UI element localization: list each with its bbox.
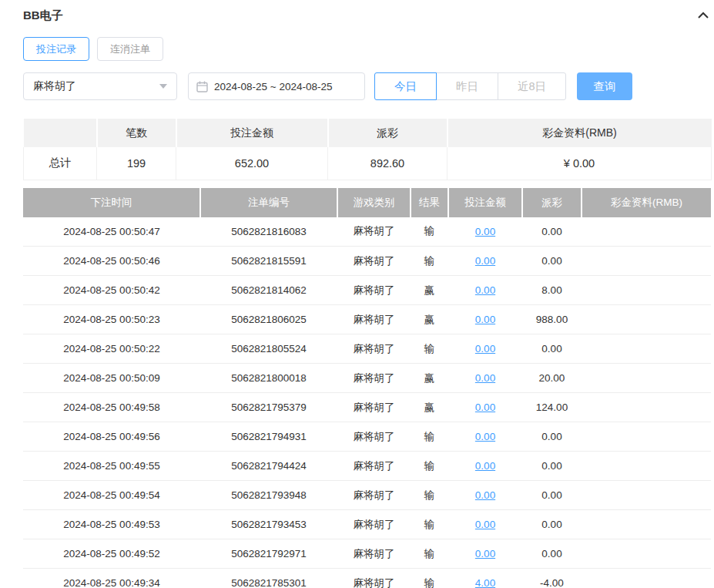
game-type-cell: 麻将胡了 (337, 247, 411, 276)
game-type-cell: 麻将胡了 (337, 422, 411, 452)
records-header-bet-amount: 投注金额 (448, 188, 522, 217)
bet-amount-cell: 0.00 (448, 539, 522, 569)
payout-cell: 0.00 (522, 510, 582, 539)
table-row: 2024-08-25 00:49:52 5062821792971 麻将胡了 输… (23, 539, 711, 569)
order-id-cell: 5062821792971 (200, 539, 337, 569)
bet-time-cell: 2024-08-25 00:50:46 (23, 247, 200, 276)
page-title: BB电子 (23, 8, 63, 23)
collapse-panel-button[interactable] (696, 8, 711, 23)
bet-amount-cell: 0.00 (448, 305, 522, 334)
record-tabs: 投注记录 连消注单 (23, 37, 711, 61)
bet-amount-cell: 0.00 (448, 481, 522, 510)
bet-amount-link[interactable]: 0.00 (475, 284, 495, 296)
order-id-cell: 5062821805524 (200, 334, 337, 364)
bet-amount-cell: 0.00 (448, 334, 522, 364)
quick-button-yesterday[interactable]: 昨日 (436, 72, 498, 100)
search-button[interactable]: 查询 (577, 72, 632, 100)
payout-cell: 0.00 (522, 539, 582, 569)
order-id-cell: 5062821785301 (200, 569, 337, 588)
order-id-cell: 5062821793948 (200, 481, 337, 510)
bet-time-cell: 2024-08-25 00:49:58 (23, 393, 200, 422)
bet-amount-link[interactable]: 0.00 (475, 460, 495, 472)
game-type-cell: 麻将胡了 (337, 276, 411, 305)
bonus-cell (582, 481, 711, 510)
table-row: 2024-08-25 00:50:23 5062821806025 麻将胡了 赢… (23, 305, 711, 334)
game-type-cell: 麻将胡了 (337, 569, 411, 588)
game-type-cell: 麻将胡了 (337, 539, 411, 569)
bonus-cell (582, 539, 711, 569)
bet-time-cell: 2024-08-25 00:49:55 (23, 452, 200, 481)
result-cell: 输 (411, 539, 448, 569)
records-header-game-type: 游戏类别 (337, 188, 411, 217)
payout-cell: 20.00 (522, 364, 582, 393)
bet-amount-link[interactable]: 0.00 (475, 489, 495, 501)
bet-amount-cell: 0.00 (448, 393, 522, 422)
table-row: 2024-08-25 00:50:46 5062821815591 麻将胡了 输… (23, 247, 711, 276)
quick-button-last-8-days[interactable]: 近8日 (498, 72, 566, 100)
result-cell: 输 (411, 481, 448, 510)
summary-header-payout: 派彩 (328, 119, 448, 147)
summary-total-count: 199 (97, 147, 176, 180)
payout-cell: 0.00 (522, 247, 582, 276)
table-row: 2024-08-25 00:49:55 5062821794424 麻将胡了 输… (23, 452, 711, 481)
bet-amount-link[interactable]: 0.00 (475, 519, 495, 530)
summary-total-payout: 892.60 (328, 147, 448, 180)
game-select-value: 麻将胡了 (33, 79, 76, 93)
bet-amount-link[interactable]: 0.00 (475, 372, 495, 384)
table-row: 2024-08-25 00:49:56 5062821794931 麻将胡了 输… (23, 422, 711, 452)
table-row: 2024-08-25 00:50:47 5062821816083 麻将胡了 输… (23, 217, 711, 247)
records-table: 下注时间 注单编号 游戏类别 结果 投注金额 派彩 彩金资料(RMB) 2024… (23, 188, 711, 588)
bonus-cell (582, 510, 711, 539)
bonus-cell (582, 247, 711, 276)
bet-amount-link[interactable]: 0.00 (475, 548, 495, 559)
table-row: 2024-08-25 00:49:53 5062821793453 麻将胡了 输… (23, 510, 711, 539)
bet-amount-cell: 4.00 (448, 569, 522, 588)
order-id-cell: 5062821800018 (200, 364, 337, 393)
bet-amount-link[interactable]: 0.00 (475, 314, 495, 325)
game-type-cell: 麻将胡了 (337, 393, 411, 422)
payout-cell: 124.00 (522, 393, 582, 422)
bet-time-cell: 2024-08-25 00:50:22 (23, 334, 200, 364)
result-cell: 输 (411, 217, 448, 247)
quick-button-today[interactable]: 今日 (374, 72, 437, 100)
bet-amount-cell: 0.00 (448, 247, 522, 276)
game-select[interactable]: 麻将胡了 (23, 72, 177, 100)
bet-amount-link[interactable]: 0.00 (475, 402, 495, 413)
bet-amount-link[interactable]: 0.00 (475, 226, 495, 237)
bonus-cell (582, 422, 711, 452)
panel-header: BB电子 (23, 6, 711, 25)
bet-time-cell: 2024-08-25 00:50:47 (23, 217, 200, 247)
bet-amount-cell: 0.00 (448, 452, 522, 481)
records-header-order-id: 注单编号 (200, 188, 337, 217)
bet-amount-link[interactable]: 0.00 (475, 255, 495, 267)
bet-amount-link[interactable]: 0.00 (475, 343, 495, 354)
date-range-input[interactable]: 2024-08-25 ~ 2024-08-25 (188, 72, 365, 100)
tab-cancelled-orders[interactable]: 连消注单 (97, 37, 163, 61)
bet-time-cell: 2024-08-25 00:49:54 (23, 481, 200, 510)
bet-amount-cell: 0.00 (448, 276, 522, 305)
bonus-cell (582, 276, 711, 305)
bonus-cell (582, 305, 711, 334)
order-id-cell: 5062821806025 (200, 305, 337, 334)
game-type-cell: 麻将胡了 (337, 510, 411, 539)
summary-total-bonus: ¥ 0.00 (448, 147, 712, 180)
table-row: 2024-08-25 00:50:22 5062821805524 麻将胡了 输… (23, 334, 711, 364)
table-row: 2024-08-25 00:49:34 5062821785301 麻将胡了 输… (23, 569, 711, 588)
summary-total-label: 总计 (24, 147, 97, 180)
order-id-cell: 5062821814062 (200, 276, 337, 305)
summary-total-bet-amount: 652.00 (176, 147, 328, 180)
table-row: 2024-08-25 00:49:54 5062821793948 麻将胡了 输… (23, 481, 711, 510)
bet-time-cell: 2024-08-25 00:50:23 (23, 305, 200, 334)
tab-bet-records[interactable]: 投注记录 (23, 37, 89, 61)
summary-header-row: 笔数 投注金额 派彩 彩金资料(RMB) (24, 119, 712, 147)
bonus-cell (582, 364, 711, 393)
result-cell: 赢 (411, 276, 448, 305)
order-id-cell: 5062821794931 (200, 422, 337, 452)
result-cell: 输 (411, 334, 448, 364)
bet-amount-link[interactable]: 0.00 (475, 431, 495, 442)
payout-cell: -4.00 (522, 569, 582, 588)
payout-cell: 0.00 (522, 217, 582, 247)
bet-time-cell: 2024-08-25 00:49:52 (23, 539, 200, 569)
bet-amount-link[interactable]: 4.00 (475, 577, 495, 588)
summary-header-bet-amount: 投注金额 (176, 119, 328, 147)
